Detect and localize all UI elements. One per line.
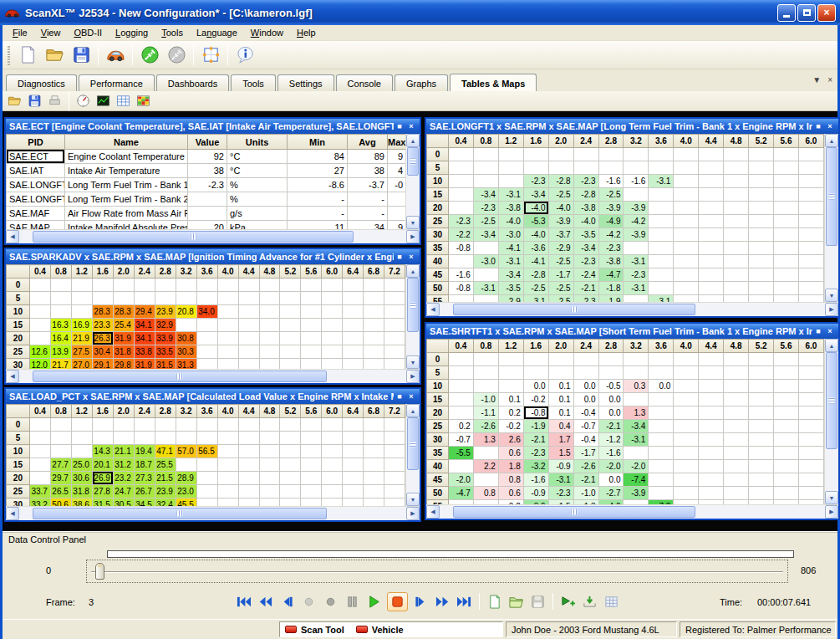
map-cell[interactable]: 29.8 [113,359,134,370]
map-cell[interactable] [798,473,823,487]
pid-cell[interactable]: % [227,178,288,192]
map-cell[interactable]: -2.8 [548,175,573,188]
map-cell[interactable] [649,393,674,406]
map-cell[interactable] [798,295,823,303]
map-cell[interactable] [113,279,134,292]
map-cell[interactable] [134,292,155,305]
map-cell[interactable] [473,447,498,460]
map-cell[interactable]: 30.8 [176,332,196,345]
map-cell[interactable] [774,268,799,282]
map-cell[interactable]: -3.9 [548,215,573,228]
map-cell[interactable] [92,279,113,292]
connect-button[interactable] [137,43,162,68]
map-cell[interactable] [448,175,473,188]
close-button[interactable]: × [817,4,836,22]
menu-logging[interactable]: Logging [109,26,155,39]
map-cell[interactable] [774,433,799,447]
map-cell[interactable]: 27.0 [71,359,92,370]
scrollbar-thumb[interactable] [453,304,695,315]
map-cell[interactable]: -2.7 [598,487,624,500]
map-cell[interactable] [343,305,364,319]
tab-dropdown-icon[interactable]: ▼ [812,75,821,84]
map-cell[interactable] [301,359,322,370]
map-cell[interactable]: -3.1 [473,282,498,295]
map-cell[interactable]: 2.6 [498,433,523,447]
scroll-left-icon[interactable]: ◀ [426,505,440,519]
tab-tables-maps[interactable]: Tables & Maps [450,74,537,91]
map-cell[interactable] [749,215,774,228]
map-cell[interactable]: -2.0 [598,460,624,473]
map-cell[interactable] [674,393,699,406]
pid-cell[interactable]: °C [227,164,288,178]
map-cell[interactable] [674,473,699,487]
map-cell[interactable] [649,255,674,268]
scrollbar-thumb[interactable] [407,147,419,176]
pid-col-header[interactable]: Avg [348,135,388,150]
map-cell[interactable] [71,418,92,432]
map-cell[interactable] [280,445,301,458]
map-cell[interactable] [699,433,724,447]
map-cell[interactable]: 0.8 [473,487,498,500]
map-cell[interactable] [649,188,674,202]
map-cell[interactable] [280,332,301,345]
panel-close-icon[interactable]: × [405,250,417,263]
map-cell[interactable] [624,242,649,255]
map-cell[interactable] [384,279,405,292]
map-cell[interactable] [364,418,384,432]
map-cell[interactable] [71,432,92,445]
map-cell[interactable]: 1.8 [498,460,523,473]
map-cell[interactable]: -1.7 [548,268,573,282]
map-cell[interactable]: -1.1 [473,406,498,420]
map-cell[interactable] [674,420,699,433]
map-cell[interactable]: 32.9 [155,319,176,332]
play-button[interactable] [365,594,383,610]
map-cell[interactable] [448,188,473,202]
map-cell[interactable]: 26.9 [92,472,113,485]
map-cell[interactable]: -2.1 [573,282,598,295]
map-cell[interactable]: 27.7 [50,458,71,472]
map-cell[interactable] [343,359,364,370]
pid-cell[interactable] [188,207,227,221]
map-cell[interactable] [724,353,749,366]
map-cell[interactable] [280,498,301,507]
map-cell[interactable] [238,319,259,332]
map-cell[interactable] [259,458,280,472]
map-cell[interactable] [724,268,749,282]
menu-file[interactable]: File [6,26,34,39]
map-cell[interactable] [523,161,548,175]
map-cell[interactable]: -1.7 [573,447,598,460]
map-cell[interactable]: 34.1 [134,332,155,345]
pid-cell[interactable]: 27 [288,164,348,178]
map-cell[interactable] [548,366,573,380]
tab-graphs[interactable]: Graphs [395,74,448,91]
map-cell[interactable] [749,406,774,420]
map-cell[interactable] [699,393,724,406]
map-cell[interactable] [217,292,238,305]
map-cell[interactable] [384,292,405,305]
map-cell[interactable] [749,380,774,393]
map-cell[interactable]: 16.9 [71,319,92,332]
scroll-down-icon[interactable]: ▼ [406,216,420,229]
map-cell[interactable] [50,432,71,445]
map-cell[interactable]: -2.0 [624,460,649,473]
map-cell[interactable] [196,485,217,498]
pid-cell[interactable]: 9 [388,221,406,230]
horizontal-scrollbar[interactable]: ◀ ▶ [426,504,838,519]
map-cell[interactable] [699,353,724,366]
pid-cell[interactable]: 38 [188,164,227,178]
gauge-button[interactable] [74,92,92,110]
map-cell[interactable] [674,255,699,268]
map-cell[interactable] [364,472,384,485]
map-cell[interactable]: -2.3 [573,295,598,303]
map-cell[interactable] [155,432,176,445]
map-cell[interactable] [280,345,301,359]
map-cell[interactable] [774,255,799,268]
map-cell[interactable]: -4.1 [523,255,548,268]
map-cell[interactable] [238,279,259,292]
map-cell[interactable]: 29.1 [92,359,113,370]
tab-dashboards[interactable]: Dashboards [156,74,229,91]
map-cell[interactable] [749,175,774,188]
map-cell[interactable] [749,393,774,406]
map-cell[interactable] [29,458,50,472]
map-cell[interactable] [674,353,699,366]
